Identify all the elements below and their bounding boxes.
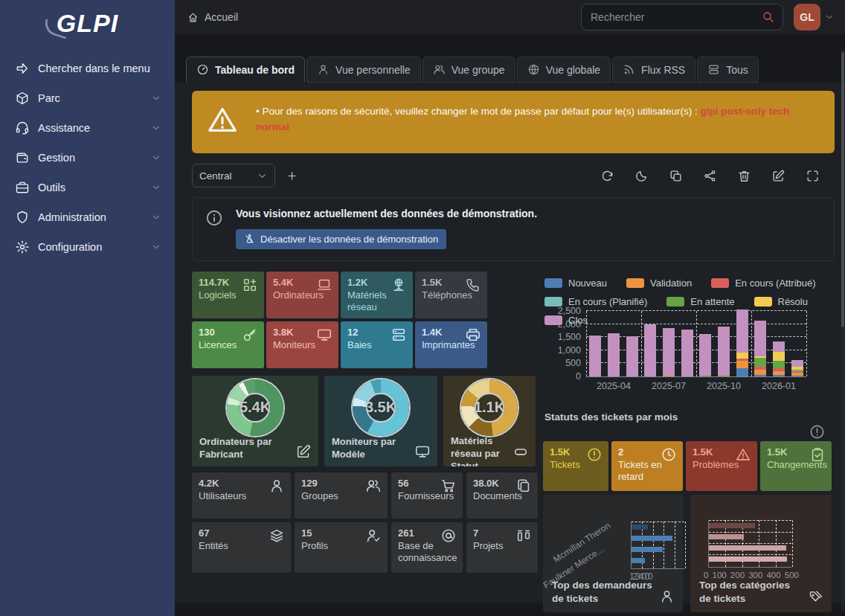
bar-segment-nouveau (754, 375, 766, 376)
tickets-by-month-chart[interactable]: NouveauValidationEn cours (Attribué)En c… (543, 276, 842, 493)
warning-triangle-icon (205, 103, 240, 137)
requester-bar[interactable] (632, 536, 672, 541)
ticket-card-problemes[interactable]: 1.5KProblèmes (686, 441, 757, 491)
dashboard-icon (196, 63, 209, 76)
legend-label: Clos (568, 315, 588, 326)
y-axis-label: 1,000 (545, 345, 581, 356)
count-card-fournisseurs[interactable]: 56Fournisseurs (391, 472, 463, 519)
top-categories-card[interactable]: 0100200300400500 Top des catégories de t… (690, 495, 832, 612)
tab-vue-personnelle[interactable]: Vue personnelle (306, 57, 421, 83)
disable-demo-data-button[interactable]: Désactiver les données de démonstration (236, 229, 446, 249)
bar-2026-01[interactable] (773, 341, 785, 376)
category-bar[interactable] (709, 534, 744, 539)
donut-card-moniteurs-par-modele[interactable]: 3.5KMoniteurs par Modèle (324, 376, 437, 466)
user-avatar[interactable]: GL (794, 4, 820, 31)
tab-tous[interactable]: Tous (697, 57, 759, 83)
asset-card-imprimantes[interactable]: 1.4KImprimantes (415, 321, 487, 368)
legend-item-resolu[interactable]: Résolu (754, 296, 808, 307)
search-input[interactable] (591, 11, 762, 23)
legend-item-nouveau[interactable]: Nouveau (544, 277, 607, 289)
edit-button[interactable] (771, 169, 785, 183)
asset-card-logiciels[interactable]: 114.7KLogiciels (192, 272, 264, 318)
add-dashboard-button[interactable] (286, 170, 298, 182)
legend-swatch (544, 297, 562, 307)
category-bar[interactable] (709, 523, 755, 528)
breadcrumb[interactable]: Accueil (187, 11, 238, 24)
category-bar[interactable] (709, 556, 787, 562)
copy-button[interactable] (669, 169, 683, 183)
bar-2025-12[interactable] (754, 321, 766, 376)
bar-2025-05[interactable] (626, 336, 638, 376)
bar-2025-06[interactable] (644, 324, 656, 376)
sidebar-item-gestion[interactable]: Gestion (0, 144, 175, 172)
count-card-documents[interactable]: 38.0KDocuments (466, 472, 538, 519)
count-card-projets[interactable]: 7Projets (466, 522, 538, 573)
bar-2025-08[interactable] (681, 330, 693, 376)
legend-item-en-attente[interactable]: En attente (666, 296, 734, 307)
glpi-logo[interactable]: GLPI (0, 0, 175, 42)
count-card-profils[interactable]: 15Profils (295, 522, 388, 573)
night-mode-button[interactable] (634, 169, 649, 183)
requester-bar[interactable] (632, 524, 648, 530)
legend-item-validation[interactable]: Validation (626, 277, 692, 289)
share-button[interactable] (703, 169, 717, 183)
sidebar-item-assistance[interactable]: Assistance (0, 114, 175, 142)
tab-flux-rss[interactable]: Flux RSS (612, 57, 695, 83)
dashboard-select[interactable]: Central (192, 164, 275, 187)
bar-2025-07[interactable] (663, 328, 675, 376)
asset-card-telephones[interactable]: 1.5KTéléphones (415, 272, 487, 318)
bar-segment-en-attente (754, 358, 766, 367)
asset-card-licences[interactable]: 130Licences (192, 321, 264, 368)
requester-bar[interactable] (632, 547, 663, 552)
user-menu-chevron-icon[interactable] (824, 12, 835, 22)
top-requesters-title: Top des demandeurs de tickets (552, 579, 653, 606)
asset-card-materiels-reseau[interactable]: 1.2KMatériels réseau (341, 272, 413, 318)
sidebar-item-administration[interactable]: Administration (0, 203, 175, 231)
requester-bar[interactable] (632, 558, 645, 563)
ticket-card-tickets[interactable]: 1.5KTickets (543, 441, 608, 491)
tab-tableau-de-bord[interactable]: Tableau de bord (186, 57, 305, 83)
tab-vue-globale[interactable]: Vue globale (517, 57, 611, 83)
category-bar[interactable] (709, 545, 786, 551)
gridline (709, 532, 791, 533)
bar-2025-10[interactable] (718, 327, 730, 376)
bar-2025-04[interactable] (608, 333, 620, 376)
asset-card-moniteurs[interactable]: 3.8KMoniteurs (266, 321, 338, 368)
donut-card-ordinateurs-par-fabricant[interactable]: 5.4KOrdinateurs par Fabricant (192, 376, 318, 466)
count-card-base-de-connaissance[interactable]: 261Base de connaissance (391, 522, 463, 573)
legend-item-en-cours-planifie[interactable]: En cours (Planifié) (544, 296, 647, 307)
asset-card-ordinateurs[interactable]: 5.4KOrdinateurs (266, 272, 338, 318)
ticket-card-changements[interactable]: 1.5KChangements (760, 441, 832, 491)
fullscreen-button[interactable] (806, 169, 820, 183)
scrollbar[interactable] (841, 49, 844, 611)
asset-card-baies[interactable]: 12Baies (341, 321, 413, 368)
sidebar-item-configuration[interactable]: Configuration (0, 233, 175, 261)
bar-segment-resolu (736, 353, 748, 359)
sidebar-item-chercher-dans-le-menu[interactable]: Chercher dans le menu (0, 54, 175, 83)
bar-2025-09[interactable] (699, 334, 711, 376)
donut-value: 5.4K (240, 399, 271, 416)
sidebar-item-parc[interactable]: Parc (0, 84, 175, 112)
count-card-entites[interactable]: 67Entités (192, 522, 291, 573)
delete-button[interactable] (737, 169, 751, 183)
count-card-groupes[interactable]: 129Groupes (295, 472, 388, 519)
top-requesters-card[interactable]: 1234000Mcmillan TheronFaulkner Merce… To… (543, 495, 683, 612)
tab-vue-groupe[interactable]: Vue groupe (422, 57, 515, 83)
bar-2026-02[interactable] (791, 360, 803, 376)
sidebar-item-label: Chercher dans le menu (38, 62, 150, 74)
dashboard-toolbar: Central (192, 163, 833, 188)
donut-card-materiels-reseau-par-statut[interactable]: 1.1KMatériels réseau par Statut (443, 376, 536, 466)
search-icon[interactable] (762, 10, 775, 24)
chevron-down-icon (151, 212, 161, 222)
count-card-utilisateurs[interactable]: 4.2KUtilisateurs (192, 472, 291, 519)
legend-item-en-cours-attribue[interactable]: En cours (Attribué) (711, 277, 815, 289)
ticket-card-tickets-en-retard[interactable]: 2Tickets en retard (611, 441, 683, 491)
sidebar-item-outils[interactable]: Outils (0, 173, 175, 202)
donut-card-title: Matériels réseau par Statut (451, 435, 507, 466)
breadcrumb-label: Accueil (205, 11, 238, 23)
refresh-button[interactable] (600, 169, 614, 183)
legend-item-clos[interactable]: Clos (544, 315, 588, 326)
bar-segment-clos (718, 327, 730, 376)
alert-circle-icon[interactable] (809, 423, 826, 440)
bar-2025-03[interactable] (589, 336, 601, 376)
